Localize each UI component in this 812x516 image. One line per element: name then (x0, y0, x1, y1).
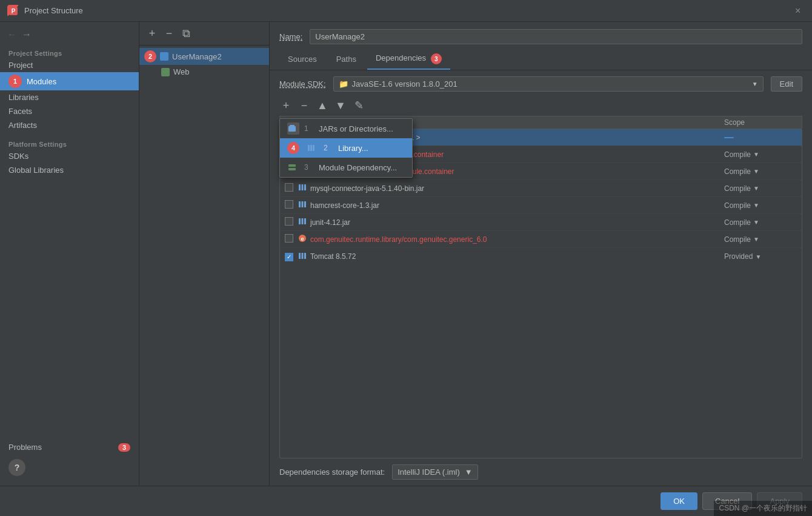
dep-row-genuitec[interactable]: e com.genuitec.runtime.library/com.genui… (280, 231, 802, 248)
sidebar-item-label: Facets (8, 107, 32, 116)
sdk-label: Module SDK: (279, 79, 326, 89)
scope-arrow-eclipse-module[interactable]: ▼ (753, 168, 759, 175)
sidebar-item-project[interactable]: Project (0, 58, 139, 72)
sdk-folder-icon: 📁 (339, 79, 348, 89)
storage-dropdown-arrow: ▼ (465, 467, 473, 477)
scope-arrow-eclipse-web[interactable]: ▼ (753, 151, 759, 158)
sidebar-item-sdks[interactable]: SDKs (0, 149, 139, 163)
checkbox-tomcat[interactable]: ✓ (285, 253, 293, 261)
module-tree: 2 UserManage2 Web (139, 45, 269, 486)
forward-arrow[interactable]: → (22, 29, 32, 40)
lib-icon-tomcat (298, 252, 307, 262)
scope-genuitec: Compile (724, 235, 751, 244)
title-bar: P Project Structure × (0, 0, 812, 22)
item-num-3: 3 (304, 163, 314, 172)
lib-icon-junit (298, 217, 307, 227)
tabs-row: Sources Paths Dependencies 3 (270, 49, 812, 70)
storage-select[interactable]: IntelliJ IDEA (.iml) ▼ (392, 464, 478, 480)
svg-rect-16 (302, 184, 304, 190)
scope-arrow-junit[interactable]: ▼ (753, 219, 759, 226)
name-label: Name: (279, 32, 302, 41)
dep-name-mysql: mysql-connector-java-5.1.40-bin.jar (310, 184, 424, 193)
svg-rect-6 (313, 145, 314, 151)
add-dep-button[interactable]: + (279, 99, 293, 112)
svg-rect-17 (304, 184, 306, 190)
content-area: ← → Project Settings Project 1 Modules L… (0, 22, 812, 486)
sidebar-item-modules[interactable]: 1 Modules (0, 72, 139, 90)
tab-dependencies[interactable]: Dependencies 3 (367, 49, 450, 70)
module-toolbar: + − ⧉ (139, 22, 269, 45)
scope-eclipse-web: Compile (724, 150, 751, 159)
help-button[interactable]: ? (8, 459, 25, 476)
dep-row-tomcat[interactable]: ✓ Tomcat 8.5.72 Provided ▼ (280, 248, 802, 265)
scope-arrow-hamcrest[interactable]: ▼ (753, 202, 759, 209)
svg-rect-4 (308, 145, 310, 151)
edit-dep-button[interactable]: ✎ (352, 99, 365, 112)
dropdown-item-library[interactable]: 4 2 Library... (280, 138, 412, 158)
dialog-title: Project Structure (24, 6, 795, 15)
sidebar-item-artifacts[interactable]: Artifacts (0, 118, 139, 132)
dropdown-item-module-dep[interactable]: 3 Module Dependency... (280, 158, 412, 177)
svg-rect-3 (290, 125, 295, 127)
svg-text:P: P (12, 8, 16, 15)
checkbox-junit[interactable] (285, 217, 293, 226)
sidebar: ← → Project Settings Project 1 Modules L… (0, 22, 139, 486)
checkbox-genuitec[interactable] (285, 234, 293, 243)
svg-rect-18 (299, 201, 301, 207)
scope-arrow-mysql[interactable]: ▼ (753, 185, 759, 192)
problems-row[interactable]: Problems 3 (0, 440, 139, 454)
scope-arrow-tomcat[interactable]: ▼ (755, 253, 761, 260)
dep-name-genuitec: com.genuitec.runtime.library/com.genuite… (310, 235, 487, 244)
deps-content: Module SDK: 📁 JavaSE-1.6 version 1.8.0_2… (270, 70, 812, 486)
name-input[interactable] (310, 29, 802, 44)
sdk-row: Module SDK: 📁 JavaSE-1.6 version 1.8.0_2… (279, 76, 802, 92)
dep-row-junit[interactable]: junit-4.12.jar Compile ▼ (280, 214, 802, 231)
tab-paths[interactable]: Paths (328, 50, 365, 69)
tab-sources[interactable]: Sources (279, 50, 325, 69)
watermark: CSDN @一个夜乐的野指针 (714, 501, 812, 516)
dropdown-item-module-dep-label: Module Dependency... (319, 163, 397, 172)
dep-name-tomcat: Tomcat 8.5.72 (310, 252, 356, 261)
svg-rect-5 (310, 145, 312, 151)
module-badge-2: 2 (144, 50, 156, 62)
deps-table: < JavaSE-1.6 version 1.8.0_201 > (279, 129, 802, 458)
sidebar-item-facets[interactable]: Facets (0, 104, 139, 118)
add-module-button[interactable]: + (145, 27, 159, 40)
checkbox-hamcrest[interactable] (285, 200, 293, 209)
deps-toolbar: + − ▲ ▼ ✎ 1 JARs or Directories... (279, 99, 802, 112)
dep-row-hamcrest[interactable]: hamcrest-core-1.3.jar Compile ▼ (280, 197, 802, 214)
problems-count: 3 (118, 443, 130, 452)
tree-item-web[interactable]: Web (139, 65, 269, 79)
remove-module-button[interactable]: − (162, 27, 176, 40)
move-up-button[interactable]: ▲ (316, 99, 329, 112)
sdk-dropdown[interactable]: 📁 JavaSE-1.6 version 1.8.0_201 ▼ (333, 76, 764, 92)
ok-button[interactable]: OK (661, 492, 697, 510)
dropdown-item-jars[interactable]: 1 JARs or Directories... (280, 119, 412, 138)
deps-tab-badge: 3 (431, 53, 442, 64)
svg-rect-28 (304, 253, 306, 259)
svg-rect-15 (299, 184, 301, 190)
sdk-value: JavaSE-1.6 version 1.8.0_201 (352, 79, 458, 89)
name-row: Name: (270, 22, 812, 49)
tree-item-usermanage2[interactable]: 2 UserManage2 (139, 48, 269, 65)
copy-module-button[interactable]: ⧉ (179, 27, 193, 40)
sidebar-item-label: Modules (27, 77, 56, 86)
module-label: UserManage2 (172, 52, 222, 61)
problems-label: Problems (8, 443, 42, 452)
storage-row: Dependencies storage format: IntelliJ ID… (279, 464, 802, 480)
edit-button[interactable]: Edit (771, 76, 802, 92)
scope-arrow-genuitec[interactable]: ▼ (753, 236, 759, 243)
move-down-button[interactable]: ▼ (334, 99, 347, 112)
back-arrow[interactable]: ← (7, 29, 17, 40)
svg-text:e: e (301, 236, 304, 242)
svg-rect-23 (304, 218, 306, 224)
lib-icon-genuitec: e (298, 234, 307, 244)
sidebar-item-global-libraries[interactable]: Global Libraries (0, 163, 139, 177)
close-button[interactable]: × (795, 6, 805, 16)
svg-rect-7 (288, 164, 296, 167)
checkbox-mysql[interactable] (285, 183, 293, 192)
sidebar-item-libraries[interactable]: Libraries (0, 90, 139, 104)
remove-dep-button[interactable]: − (298, 99, 311, 112)
dropdown-item-library-label: Library... (338, 144, 368, 153)
dep-row-mysql[interactable]: mysql-connector-java-5.1.40-bin.jar Comp… (280, 180, 802, 197)
